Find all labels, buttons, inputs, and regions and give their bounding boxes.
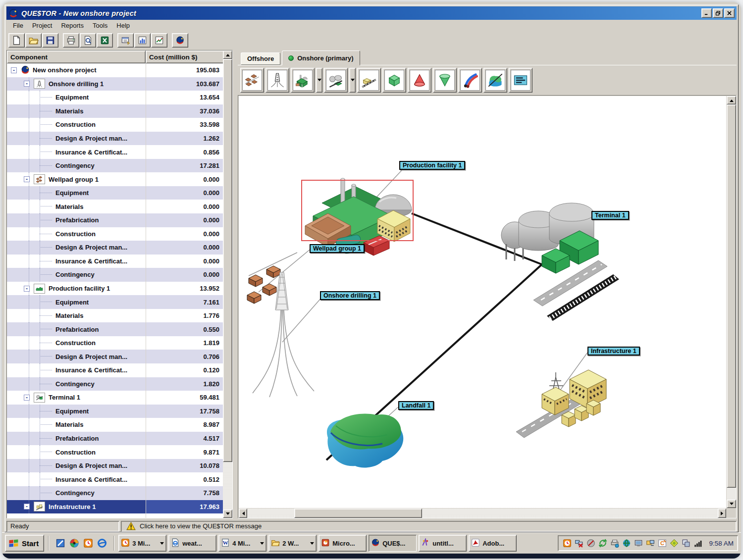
schematic-canvas[interactable]: Production facility 1Wellpad group 1Onsh…: [239, 96, 726, 508]
table-row[interactable]: Prefabrication0.550: [7, 322, 232, 336]
diagram-label[interactable]: Production facility 1: [399, 161, 465, 170]
table-row[interactable]: Prefabrication4.517: [7, 432, 232, 446]
column-header-component[interactable]: Component: [7, 51, 146, 63]
add-production-facility-button[interactable]: [291, 68, 315, 93]
add-pipeline-button[interactable]: [458, 68, 482, 93]
restore-button[interactable]: [713, 8, 723, 18]
open-button[interactable]: [25, 33, 42, 48]
table-row[interactable]: -Onshore drilling 1103.687: [7, 77, 232, 91]
table-row[interactable]: Contingency0.000: [7, 268, 232, 282]
table-row[interactable]: Insurance & Certificat...0.000: [7, 255, 232, 268]
table-row[interactable]: Contingency1.820: [7, 377, 232, 391]
export-excel-button[interactable]: [97, 33, 113, 48]
cost-chart-button[interactable]: [134, 33, 151, 48]
scrollbar-thumb[interactable]: [223, 59, 232, 462]
table-row[interactable]: Construction0.000: [7, 227, 232, 241]
table-row[interactable]: Design & Project man...10.078: [7, 459, 232, 473]
expand-collapse-box[interactable]: -: [24, 176, 30, 182]
window-switcher-icon[interactable]: [681, 538, 691, 548]
volume-muted-icon[interactable]: [586, 538, 596, 548]
table-row[interactable]: Contingency17.281: [7, 159, 232, 173]
table-row[interactable]: -Infrastructure 117.963: [7, 500, 232, 514]
scrollbar-thumb[interactable]: [294, 509, 422, 518]
task-button[interactable]: 3 Mi...: [118, 535, 166, 552]
infrastructure-graphic[interactable]: [516, 370, 606, 438]
task-button[interactable]: untitl...: [419, 535, 467, 552]
add-landfall-button[interactable]: [483, 68, 507, 93]
add-terminal-button[interactable]: [324, 68, 348, 93]
diagram-label[interactable]: Landfall 1: [398, 401, 434, 410]
menu-help[interactable]: Help: [112, 20, 134, 31]
network-offline-icon[interactable]: [574, 538, 584, 548]
menu-project[interactable]: Project: [28, 20, 56, 31]
expand-collapse-box[interactable]: -: [24, 81, 30, 87]
terminal-graphic[interactable]: [501, 203, 619, 321]
task-button[interactable]: 2 W...: [268, 535, 317, 552]
add-infrastructure-button[interactable]: [357, 68, 381, 93]
expand-collapse-box[interactable]: -: [24, 504, 30, 509]
tab-onshore-primary-[interactable]: Onshore (primary): [282, 51, 360, 65]
menu-reports[interactable]: Reports: [56, 20, 88, 31]
production-facility-dropdown-button[interactable]: [316, 68, 322, 93]
table-row[interactable]: Construction1.819: [7, 336, 232, 350]
table-row[interactable]: Design & Project man...0.000: [7, 241, 232, 255]
expand-collapse-box[interactable]: -: [11, 67, 17, 73]
add-notes-button[interactable]: [509, 68, 532, 93]
scroll-up-button[interactable]: [223, 51, 232, 59]
table-row[interactable]: Equipment17.758: [7, 405, 232, 418]
refresh-icon[interactable]: [598, 538, 608, 548]
properties-button[interactable]: [117, 33, 134, 48]
table-row[interactable]: Contingency7.758: [7, 486, 232, 500]
menu-file[interactable]: File: [8, 20, 28, 31]
table-row[interactable]: Materials0.000: [7, 200, 232, 213]
start-button[interactable]: Start: [5, 535, 44, 552]
expand-collapse-box[interactable]: -: [24, 395, 30, 401]
panel-splitter[interactable]: [233, 50, 238, 518]
tab-offshore[interactable]: Offshore: [241, 52, 280, 65]
scroll-left-button[interactable]: [239, 509, 247, 518]
table-row[interactable]: Insurance & Certificat...0.856: [7, 145, 232, 159]
signal-icon[interactable]: [693, 538, 703, 548]
table-row[interactable]: Materials8.987: [7, 418, 232, 432]
expand-collapse-box[interactable]: -: [24, 286, 30, 292]
scroll-up-button[interactable]: [727, 96, 736, 104]
menu-tools[interactable]: Tools: [88, 20, 112, 31]
task-button[interactable]: Adob...: [469, 535, 517, 552]
picks-icon[interactable]: [669, 538, 679, 548]
printer-icon[interactable]: [610, 538, 620, 548]
table-row[interactable]: Equipment7.161: [7, 295, 232, 309]
globe-icon[interactable]: [622, 538, 632, 548]
close-button[interactable]: [724, 8, 735, 18]
internet-explorer-icon[interactable]: [97, 538, 107, 549]
minimize-button[interactable]: [701, 8, 712, 18]
show-desktop-icon[interactable]: [55, 538, 66, 549]
display-icon[interactable]: [634, 538, 643, 548]
table-row[interactable]: Design & Project man...1.262: [7, 132, 232, 146]
table-row[interactable]: -New onshore project195.083: [7, 63, 232, 77]
tree-scrollbar[interactable]: [223, 51, 232, 518]
print-preview-button[interactable]: [80, 33, 96, 48]
network-places-icon[interactable]: [645, 538, 655, 548]
add-drilling-button[interactable]: [265, 68, 289, 93]
table-row[interactable]: Equipment13.654: [7, 91, 232, 104]
canvas-vscrollbar[interactable]: [727, 96, 736, 508]
table-row[interactable]: -Wellpad group 10.000: [7, 172, 232, 186]
table-row[interactable]: Materials37.036: [7, 104, 232, 118]
table-row[interactable]: Design & Project man...0.706: [7, 350, 232, 363]
column-header-cost[interactable]: Cost (million $): [146, 51, 224, 63]
add-funnel-button[interactable]: [433, 68, 457, 93]
new-button[interactable]: [8, 33, 25, 48]
task-button[interactable]: QUE$...: [369, 535, 417, 552]
save-button[interactable]: [42, 33, 58, 48]
diagram-label[interactable]: Terminal 1: [591, 211, 629, 220]
scroll-down-button[interactable]: [223, 509, 232, 518]
canvas-hscrollbar[interactable]: [239, 509, 726, 518]
table-row[interactable]: -Terminal 159.481: [7, 391, 232, 405]
media-player-icon[interactable]: [69, 538, 80, 549]
task-button[interactable]: Micro...: [318, 535, 367, 552]
questor-home-button[interactable]: [172, 33, 188, 48]
diagram-label[interactable]: Infrastructure 1: [587, 347, 640, 356]
table-row[interactable]: Insurance & Certificat...0.120: [7, 363, 232, 377]
task-button[interactable]: weat...: [168, 535, 216, 552]
title-bar[interactable]: QUE$TOR - New onshore project: [6, 6, 737, 20]
